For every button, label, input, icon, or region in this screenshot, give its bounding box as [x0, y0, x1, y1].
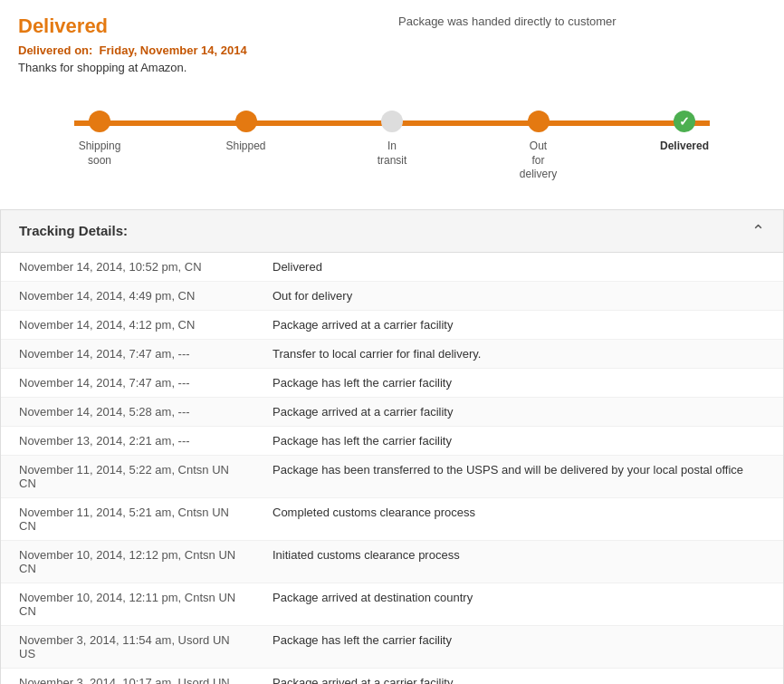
delivery-note: Package was handed directly to customer — [398, 14, 617, 28]
tracking-event: Initiated customs clearance process — [254, 540, 783, 583]
progress-tracker: Shippingsoon Shipped Intransit Outfordel… — [0, 83, 784, 200]
step-dot-shipped — [235, 111, 257, 132]
tracking-date: November 10, 2014, 12:11 pm, Cntsn UN CN — [1, 583, 254, 625]
tracking-date: November 14, 2014, 5:28 am, --- — [1, 397, 254, 426]
tracking-row: November 3, 2014, 11:54 am, Usord UN US … — [1, 625, 783, 668]
tracking-event: Package has left the carrier facility — [254, 625, 783, 668]
tracking-date: November 14, 2014, 10:52 pm, CN — [1, 253, 254, 282]
tracking-row: November 14, 2014, 4:12 pm, CN Package a… — [1, 310, 783, 339]
tracking-event: Package arrived at a carrier facility — [254, 397, 783, 426]
tracking-row: November 14, 2014, 7:47 am, --- Transfer… — [1, 339, 783, 368]
step-label-shipped: Shipped — [225, 140, 265, 154]
tracking-details-section: Tracking Details: ⌃ November 14, 2014, 1… — [0, 209, 784, 684]
tracking-event: Delivered — [254, 253, 783, 282]
step-dot-out-for-delivery — [528, 111, 550, 132]
tracking-event: Package arrived at a carrier facility — [254, 310, 783, 339]
tracking-row: November 14, 2014, 4:49 pm, CN Out for d… — [1, 281, 783, 310]
tracking-date: November 11, 2014, 5:22 am, Cntsn UN CN — [1, 455, 254, 497]
tracking-row: November 10, 2014, 12:12 pm, Cntsn UN CN… — [1, 540, 783, 583]
tracking-event: Package has left the carrier facility — [254, 368, 783, 397]
step-in-transit: Intransit — [356, 111, 428, 168]
tracking-row: November 10, 2014, 12:11 pm, Cntsn UN CN… — [1, 583, 783, 625]
tracking-event: Package has been transferred to the USPS… — [254, 455, 783, 497]
tracking-event: Package has left the carrier facility — [254, 426, 783, 455]
tracking-date: November 14, 2014, 4:49 pm, CN — [1, 281, 254, 310]
tracking-date: November 10, 2014, 12:12 pm, Cntsn UN CN — [1, 540, 254, 583]
tracking-event: Package arrived at destination country — [254, 583, 783, 625]
page-title: Delivered — [18, 14, 766, 38]
tracking-date: November 14, 2014, 4:12 pm, CN — [1, 310, 254, 339]
step-label-in-transit: Intransit — [378, 140, 407, 168]
tracking-date: November 3, 2014, 10:17 am, Usord UN US — [1, 668, 254, 684]
step-out-for-delivery: Outfordelivery — [502, 111, 575, 182]
steps-container: Shippingsoon Shipped Intransit Outfordel… — [63, 111, 721, 182]
step-label-out-for-delivery: Outfordelivery — [520, 140, 557, 182]
delivered-on-label: Delivered on: — [18, 43, 92, 57]
tracking-header: Tracking Details: ⌃ — [1, 210, 783, 253]
tracking-row: November 14, 2014, 5:28 am, --- Package … — [1, 397, 783, 426]
delivered-date-value: Friday, November 14, 2014 — [100, 43, 247, 57]
step-shipped: Shipped — [210, 111, 282, 154]
tracking-row: November 11, 2014, 5:21 am, Cntsn UN CN … — [1, 497, 783, 540]
tracking-date: November 13, 2014, 2:21 am, --- — [1, 426, 254, 455]
step-dot-delivered — [674, 111, 695, 132]
tracking-row: November 11, 2014, 5:22 am, Cntsn UN CN … — [1, 455, 783, 497]
tracking-event: Package arrived at a carrier facility — [254, 668, 783, 684]
step-delivered: Delivered — [648, 111, 721, 154]
collapse-icon[interactable]: ⌃ — [751, 221, 765, 241]
tracking-title: Tracking Details: — [19, 223, 128, 238]
tracking-table: November 14, 2014, 10:52 pm, CN Delivere… — [1, 253, 783, 684]
step-label-delivered: Delivered — [660, 140, 709, 154]
tracking-row: November 3, 2014, 10:17 am, Usord UN US … — [1, 668, 783, 684]
tracking-event: Out for delivery — [254, 281, 783, 310]
tracking-event: Transfer to local carrier for final deli… — [254, 339, 783, 368]
tracking-date: November 14, 2014, 7:47 am, --- — [1, 339, 254, 368]
tracking-row: November 13, 2014, 2:21 am, --- Package … — [1, 426, 783, 455]
tracking-date: November 3, 2014, 11:54 am, Usord UN US — [1, 625, 254, 668]
step-dot-shipping-soon — [89, 111, 110, 132]
tracking-date: November 11, 2014, 5:21 am, Cntsn UN CN — [1, 497, 254, 540]
thank-you-message: Thanks for shopping at Amazon. — [18, 61, 766, 74]
tracking-event: Completed customs clearance process — [254, 497, 783, 540]
tracking-row: November 14, 2014, 7:47 am, --- Package … — [1, 368, 783, 397]
delivered-date: Delivered on: Friday, November 14, 2014 — [18, 43, 766, 57]
step-dot-in-transit — [381, 111, 403, 132]
step-label-shipping-soon: Shippingsoon — [79, 140, 121, 168]
tracking-date: November 14, 2014, 7:47 am, --- — [1, 368, 254, 397]
step-shipping-soon: Shippingsoon — [63, 111, 136, 168]
tracking-row: November 14, 2014, 10:52 pm, CN Delivere… — [1, 253, 783, 282]
